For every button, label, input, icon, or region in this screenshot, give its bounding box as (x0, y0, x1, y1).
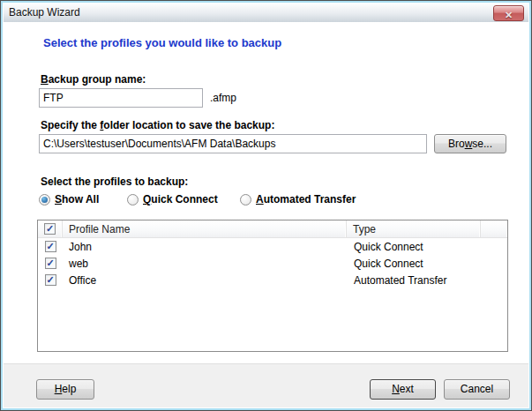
profile-type: Quick Connect (347, 241, 481, 253)
cancel-button[interactable]: Cancel (444, 379, 510, 400)
table-row[interactable]: ✓ web Quick Connect (38, 255, 507, 272)
column-header-spacer (481, 220, 507, 237)
window-title: Backup Wizard (9, 6, 80, 19)
footer-bar: Help Next Cancel (4, 363, 528, 407)
profiles-label: Select the profiles to backup: (41, 176, 188, 188)
next-button[interactable]: Next (370, 379, 436, 400)
profile-name: John (63, 241, 347, 253)
radio-quick-connect-circle[interactable] (127, 194, 139, 206)
radio-quick-connect[interactable]: Quick Connect (127, 193, 218, 206)
row-checkbox[interactable]: ✓ (45, 241, 56, 252)
profile-type: Automated Transfer (347, 274, 481, 287)
table-row[interactable]: ✓ Office Automated Transfer (38, 272, 507, 288)
close-button[interactable]: ✕ (493, 5, 524, 21)
radio-automated-transfer-circle[interactable] (240, 194, 251, 206)
radio-automated-transfer-label: Automated Transfer (256, 193, 356, 206)
radio-show-all[interactable]: Show All (39, 193, 99, 206)
table-row[interactable]: ✓ John Quick Connect (38, 238, 507, 255)
column-header-type[interactable]: Type (347, 220, 481, 237)
header-checkbox-cell: ✓ (38, 220, 63, 237)
page-title: Select the profiles you would like to ba… (43, 36, 281, 49)
radio-quick-connect-label: Quick Connect (143, 193, 218, 206)
group-name-suffix: .afmp (210, 92, 236, 104)
profiles-list: ✓ Profile Name Type ✓ John Quick Connect… (37, 220, 508, 352)
dialog-content: Select the profiles you would like to ba… (4, 22, 528, 363)
radio-show-all-label: Show All (55, 193, 99, 206)
profile-name: Office (63, 274, 347, 287)
folder-label: Specify the folder location to save the … (41, 119, 274, 131)
list-header: ✓ Profile Name Type (38, 220, 507, 238)
radio-show-all-circle[interactable] (39, 194, 50, 206)
row-checkbox[interactable]: ✓ (45, 274, 56, 286)
group-name-input[interactable] (39, 88, 203, 108)
help-button[interactable]: Help (36, 379, 94, 400)
column-header-profile-name[interactable]: Profile Name (63, 220, 347, 237)
backup-wizard-dialog: Backup Wizard ✕ Select the profiles you … (0, 0, 532, 411)
browse-button[interactable]: Browse... (434, 134, 506, 153)
profile-name: web (63, 258, 347, 270)
title-bar[interactable]: Backup Wizard ✕ (4, 4, 528, 22)
radio-automated-transfer[interactable]: Automated Transfer (240, 193, 356, 206)
row-checkbox[interactable]: ✓ (45, 258, 56, 269)
group-name-label: Backup group name: (41, 73, 146, 86)
profile-type: Quick Connect (347, 258, 481, 270)
close-icon: ✕ (505, 10, 513, 20)
folder-path-input[interactable] (39, 134, 427, 153)
select-all-checkbox[interactable]: ✓ (44, 223, 56, 235)
